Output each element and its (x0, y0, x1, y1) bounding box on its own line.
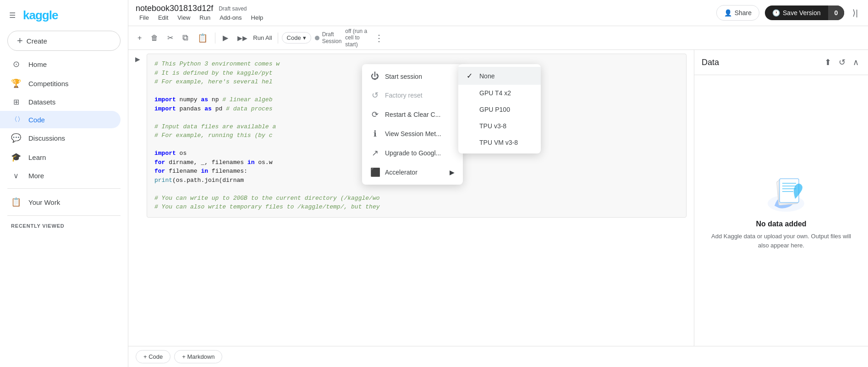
sidebar-item-code[interactable]: 〈〉 Code (0, 111, 121, 128)
data-panel-icons: ⬆ ↺ ∧ (823, 55, 861, 69)
accel-gpu-p100[interactable]: GPU P100 (458, 101, 541, 118)
datasets-icon: ⊞ (11, 98, 21, 106)
nav-divider (7, 188, 121, 189)
info-icon: ℹ (370, 129, 379, 139)
paste-icon: 📋 (198, 33, 208, 43)
submenu-arrow-icon: ▶ (450, 169, 455, 176)
save-version-count: 0 (828, 5, 845, 20)
add-code-button[interactable]: + Code (136, 350, 170, 363)
add-cell-button[interactable]: + (134, 31, 145, 45)
upgrade-label: Upgrade to Googl... (385, 149, 441, 157)
sidebar-item-label: Code (28, 116, 45, 124)
accel-gpu-t4-label: GPU T4 x2 (479, 89, 511, 97)
menu-edit[interactable]: Edit (154, 13, 172, 22)
run-all-button[interactable]: ▶▶ (234, 32, 251, 44)
sidebar-item-label: Datasets (28, 98, 55, 106)
power-icon: ⏻ (370, 71, 379, 81)
session-status-dot (315, 36, 319, 40)
accel-gpu-p100-label: GPU P100 (479, 106, 510, 113)
bottom-bar: + Code + Markdown (128, 346, 868, 367)
save-version-text: Save Version (783, 9, 821, 16)
toolbar-divider-1 (215, 33, 215, 44)
menu-view[interactable]: View (174, 13, 194, 22)
menu-help[interactable]: Help (247, 13, 267, 22)
data-refresh-icon[interactable]: ↺ (837, 55, 847, 69)
restart-icon: ⟳ (370, 110, 379, 120)
copy-icon: ⧉ (182, 33, 188, 43)
cell-run-indicator: ▶ (128, 50, 147, 221)
data-panel: Data ⬆ ↺ ∧ (694, 50, 868, 346)
sidebar-item-your-work[interactable]: 📋 Your Work (0, 192, 121, 212)
run-cell-button[interactable]: ▶ (219, 31, 232, 45)
delete-cell-button[interactable]: 🗑 (147, 31, 162, 45)
accel-tpu-v3[interactable]: TPU v3-8 (458, 118, 541, 134)
sidebar-item-datasets[interactable]: ⊞ Datasets (0, 93, 121, 111)
accel-gpu-t4[interactable]: GPU T4 x2 (458, 85, 541, 101)
menu-restart-clear[interactable]: ⟳ Restart & Clear C... (362, 105, 463, 124)
accel-none[interactable]: ✓ None (458, 67, 541, 85)
none-check-icon: ✓ (467, 71, 475, 80)
menu-upgrade[interactable]: ↗ Upgrade to Googl... (362, 143, 463, 163)
sidebar-item-more[interactable]: ∨ More (0, 167, 121, 185)
factory-reset-label: Factory reset (385, 92, 423, 99)
data-collapse-icon[interactable]: ∧ (851, 55, 861, 69)
add-markdown-button[interactable]: + Markdown (174, 350, 222, 363)
sidebar: ☰ kaggle + Create ⊙ Home 🏆 Competitions … (0, 0, 128, 367)
session-menu: ⏻ Start session ↺ Factory reset ⟳ Restar… (362, 64, 463, 185)
save-version-clock-icon: 🕐 (772, 9, 780, 16)
cut-icon: ✂ (167, 33, 173, 42)
copy-cell-button[interactable]: ⧉ (179, 30, 192, 45)
sidebar-item-discussions[interactable]: 💬 Discussions (0, 128, 121, 148)
menu-view-session[interactable]: ℹ View Session Met... (362, 124, 463, 143)
session-detail-text: off (run a cell to start) (345, 28, 367, 48)
restart-clear-label: Restart & Clear C... (385, 111, 440, 118)
cell-type-label: Code (287, 34, 301, 41)
menu-run[interactable]: Run (196, 13, 214, 22)
menu-file[interactable]: File (136, 13, 153, 22)
no-data-title: No data added (756, 220, 806, 228)
sidebar-item-home[interactable]: ⊙ Home (0, 55, 121, 74)
sidebar-item-learn[interactable]: 🎓 Learn (0, 148, 121, 167)
sidebar-item-competitions[interactable]: 🏆 Competitions (0, 74, 121, 93)
session-area: Draft Session (315, 31, 342, 44)
topbar-right: 👤 Share 🕐 Save Version 0 ⟩| (716, 5, 861, 21)
view-session-label: View Session Met... (385, 130, 441, 137)
more-icon: ∨ (11, 171, 21, 180)
paste-cell-button[interactable]: 📋 (194, 30, 211, 46)
cut-cell-button[interactable]: ✂ (164, 31, 177, 45)
no-data-illustration (754, 171, 809, 213)
create-button[interactable]: + Create (7, 31, 121, 51)
sidebar-item-label: Competitions (28, 80, 69, 88)
create-label: Create (27, 37, 47, 45)
share-button[interactable]: 👤 Share (716, 5, 759, 21)
save-version-button[interactable]: 🕐 Save Version 0 (765, 5, 844, 20)
recently-viewed-label: RECENTLY VIEWED (0, 219, 128, 230)
sidebar-item-label: Discussions (28, 134, 65, 142)
accelerator-label: Accelerator (385, 169, 418, 176)
run-arrow-icon[interactable]: ▶ (135, 55, 140, 63)
code-line-15 (154, 185, 679, 194)
collapse-sidebar-icon[interactable]: ⟩| (850, 5, 861, 21)
menu-accelerator[interactable]: ⬛ Accelerator ▶ (362, 163, 463, 182)
sidebar-item-label: Learn (28, 153, 46, 161)
run-all-label: Run All (253, 34, 272, 41)
accel-tpu-vm-v3[interactable]: TPU VM v3-8 (458, 134, 541, 151)
hamburger-icon[interactable]: ☰ (5, 7, 19, 23)
menu-start-session[interactable]: ⏻ Start session (362, 67, 463, 86)
data-upload-icon[interactable]: ⬆ (823, 55, 833, 69)
toolbar: + 🗑 ✂ ⧉ 📋 ▶ ▶▶ Run All Code ▾ Draft Sess… (128, 26, 868, 50)
start-session-label: Start session (385, 73, 422, 80)
sidebar-header: ☰ kaggle (0, 4, 128, 31)
session-status-text: Draft Session (322, 31, 342, 44)
menu-bar: File Edit View Run Add-ons Help (136, 13, 267, 22)
more-options-button[interactable]: ⋮ (371, 31, 387, 45)
cell-type-selector[interactable]: Code ▾ (282, 32, 311, 44)
notebook-title-section: notebook301813d12f Draft saved File Edit… (136, 4, 267, 22)
notebook-title: notebook301813d12f (136, 4, 213, 13)
kaggle-logo: kaggle (23, 8, 58, 22)
cell-type-chevron: ▾ (303, 34, 306, 41)
code-icon: 〈〉 (11, 115, 21, 124)
menu-addons[interactable]: Add-ons (216, 13, 245, 22)
data-panel-body: No data added Add Kaggle data or upload … (694, 75, 868, 346)
upgrade-icon: ↗ (370, 148, 379, 158)
